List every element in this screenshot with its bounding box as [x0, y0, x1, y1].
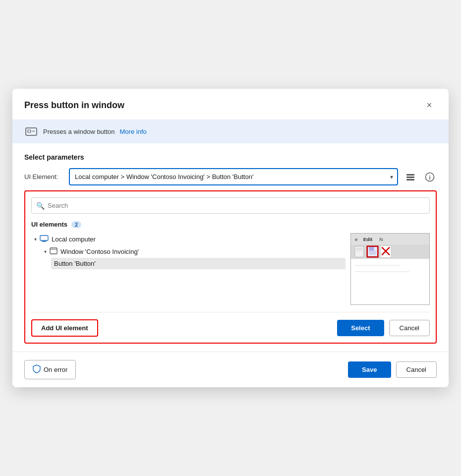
tree-item-local-computer[interactable]: ▾ Local computer: [31, 233, 346, 245]
more-info-link[interactable]: More info: [120, 128, 147, 135]
ui-elements-badge: 2: [71, 221, 81, 228]
ui-element-select-wrap: Local computer > Window 'Contoso Invoici…: [69, 168, 398, 185]
cancel-inner-button[interactable]: Cancel: [389, 320, 430, 336]
layers-button[interactable]: [403, 170, 418, 184]
chevron-down-icon: ▾: [44, 249, 47, 254]
dropdown-footer-right: Select Cancel: [337, 320, 430, 336]
ui-elements-label: UI elements: [31, 221, 67, 228]
svg-rect-30: [351, 259, 429, 304]
on-error-button[interactable]: On error: [24, 360, 76, 379]
select-button[interactable]: Select: [337, 320, 384, 336]
tree-list: ▾ Local computer ▾: [31, 233, 346, 305]
button-label: Button 'Button': [54, 260, 96, 267]
tree-area: ▾ Local computer ▾: [31, 233, 430, 305]
svg-rect-19: [355, 246, 364, 257]
info-circle-icon: [24, 124, 38, 138]
tree-item-button[interactable]: Button 'Button': [51, 258, 346, 269]
footer-buttons: Save Cancel: [348, 361, 437, 378]
svg-rect-8: [40, 236, 48, 240]
ui-element-select[interactable]: Local computer > Window 'Contoso Invoici…: [69, 168, 398, 185]
svg-rect-14: [351, 234, 429, 244]
svg-rect-11: [50, 248, 57, 254]
search-input[interactable]: [31, 197, 430, 214]
ui-elements-header: UI elements 2: [31, 221, 430, 228]
svg-rect-25: [369, 251, 376, 255]
preview-box: e Edit N: [350, 233, 430, 305]
window-icon: [50, 247, 58, 256]
ui-element-field-row: UI Element: Local computer > Window 'Con…: [24, 168, 437, 185]
dropdown-footer: Add UI element Select Cancel: [31, 312, 430, 337]
window-label: Window 'Contoso Invoicing': [60, 248, 139, 255]
svg-rect-5: [406, 179, 414, 180]
info-button[interactable]: i: [423, 170, 437, 184]
params-title: Select parameters: [24, 153, 437, 161]
local-computer-label: Local computer: [52, 236, 96, 243]
tree-item-window[interactable]: ▾ Window 'Contoso Invoicing': [41, 245, 346, 258]
svg-text:N: N: [379, 237, 383, 242]
svg-rect-0: [26, 128, 37, 135]
save-button[interactable]: Save: [348, 361, 391, 378]
svg-text:i: i: [429, 174, 430, 180]
chevron-down-icon: ▾: [34, 237, 37, 242]
svg-rect-24: [369, 247, 374, 251]
info-banner: Presses a window button More info: [12, 119, 449, 143]
search-box-wrap: 🔍: [31, 197, 430, 214]
info-text: Presses a window button: [43, 128, 115, 135]
on-error-label: On error: [44, 366, 67, 373]
dialog-title: Press button in window: [24, 100, 124, 111]
shield-icon: [33, 364, 41, 375]
svg-text:Edit: Edit: [363, 237, 373, 242]
svg-rect-1: [28, 130, 31, 132]
svg-rect-3: [406, 174, 414, 176]
cancel-outer-button[interactable]: Cancel: [396, 361, 437, 378]
close-button[interactable]: ×: [422, 98, 437, 113]
add-ui-element-button[interactable]: Add UI element: [31, 319, 98, 337]
svg-rect-4: [406, 177, 414, 178]
dialog-footer: On error Save Cancel: [12, 352, 449, 387]
svg-text:e: e: [355, 237, 358, 242]
params-section: Select parameters UI Element: Local comp…: [12, 143, 449, 185]
dialog-header: Press button in window ×: [12, 89, 449, 119]
ui-element-label: UI Element:: [24, 173, 64, 180]
dropdown-panel: 🔍 UI elements 2 ▾: [24, 190, 437, 344]
computer-icon: [40, 235, 49, 243]
dialog: Press button in window × Presses a windo…: [12, 89, 449, 387]
